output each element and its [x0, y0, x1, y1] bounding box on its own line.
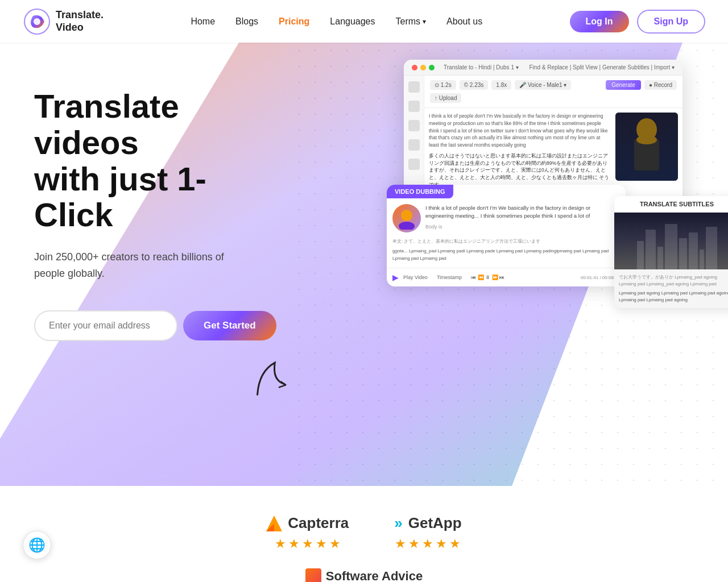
dubbing-label: VIDEO DUBBING: [387, 185, 453, 198]
app-titlebar: Translate to - Hindi | Dubs 1 ▾ Find & R…: [404, 60, 682, 76]
getapp-block: » GetApp ★ ★ ★ ★ ★: [394, 514, 461, 551]
nav-terms[interactable]: Terms ▾: [396, 16, 427, 27]
capterra-icon: [266, 516, 282, 531]
app-mockup: Translate to - Hindi | Dubs 1 ▾ Find & R…: [387, 60, 728, 210]
dubbing-full-transcript: 本文: さて、とえと、基本的に私はエンジニアリング方法で工場にいます ggota…: [387, 238, 626, 268]
toolbar-time-1: ⊙ 1.2s: [430, 80, 456, 90]
capterra-logo: Capterra: [266, 514, 349, 532]
svg-point-7: [399, 222, 415, 230]
building-4: [665, 224, 677, 269]
software-advice-block: Software Advice ★ ★ ★ ★ ★ ★: [305, 568, 423, 582]
maximize-dot: [429, 65, 435, 70]
dubbing-card: VIDEO DUBBING I think a lot of people do…: [387, 185, 626, 286]
toolbar-record[interactable]: ● Record: [644, 80, 677, 90]
city-background: [614, 213, 728, 269]
building-1: [637, 241, 644, 269]
nav-pricing[interactable]: Pricing: [279, 16, 309, 26]
building-7: [700, 250, 704, 269]
dubbing-player: ▶ Play Video Timestamp ⏮ ⏪ ⏸ ⏩ ⏭ 00:01:4…: [387, 268, 626, 286]
dubbing-time-start: Play Video: [403, 275, 428, 280]
dubbing-avatar: [392, 204, 421, 232]
video-person: [615, 113, 678, 181]
email-form: Get Started: [34, 310, 250, 341]
get-started-button[interactable]: Get Started: [183, 311, 276, 340]
ga-star-3: ★: [422, 537, 433, 551]
dubbing-transcript-text: I think a lot of people don't I'm We bas…: [425, 204, 620, 221]
toolbar-voice[interactable]: 🎤 Voice - Male1 ▾: [515, 80, 571, 90]
globe-icon: 🌐: [28, 537, 46, 553]
getapp-name: GetApp: [408, 514, 462, 532]
minimize-dot: [420, 65, 426, 70]
svg-point-1: [34, 18, 40, 25]
hero-title: Translate videos with just 1-Click: [34, 88, 250, 233]
nav-languages[interactable]: Languages: [330, 16, 375, 26]
building-8: [706, 227, 717, 269]
subtitles-text-content: でお大学うです。がありか Lpmaing_pad agoing Lpmaing …: [614, 269, 728, 308]
person-svg: [624, 115, 669, 178]
dubbing-timestamp: Timestamp: [437, 275, 462, 280]
app-editor: I think a lot of people don't I'm We bas…: [424, 108, 682, 197]
svg-point-6: [401, 210, 412, 221]
capterra-name: Capterra: [288, 514, 349, 532]
ga-star-1: ★: [395, 537, 406, 551]
transcript-english: I think a lot of people don't I'm We bas…: [429, 113, 611, 192]
signup-button[interactable]: Sign Up: [637, 10, 705, 34]
nav-home[interactable]: Home: [191, 16, 215, 26]
building-6: [689, 232, 698, 269]
subtitles-video: [614, 213, 728, 269]
window-controls: [412, 65, 435, 70]
ga-star-5: ★: [449, 537, 461, 551]
close-dot: [412, 65, 417, 70]
video-thumbnail: [615, 113, 678, 181]
getapp-logo: » GetApp: [394, 514, 461, 532]
sidebar-icon-1[interactable]: [408, 81, 420, 93]
nav-links: Home Blogs Pricing Languages Terms ▾ Abo…: [191, 16, 482, 27]
getapp-stars: ★ ★ ★ ★ ★: [395, 537, 461, 551]
nav-actions: Log In Sign Up: [570, 10, 705, 34]
sidebar-icon-3[interactable]: [408, 120, 420, 131]
city-buildings: [637, 224, 717, 269]
building-2: [646, 230, 656, 269]
sidebar-icon-2[interactable]: [408, 101, 420, 112]
logo[interactable]: Translate. Video: [23, 7, 104, 36]
star-2: ★: [288, 537, 300, 551]
building-3: [657, 247, 663, 269]
hero-section: Translate videos with just 1-Click Join …: [0, 43, 728, 486]
toolbar-upload[interactable]: ↑ Upload: [430, 93, 461, 103]
ga-star-2: ★: [408, 537, 420, 551]
hero-subtitle: Join 250,000+ creators to reach billions…: [34, 249, 250, 282]
social-proof-section: Capterra ★ ★ ★ ★ ★ » GetApp ★ ★ ★ ★ ★: [0, 486, 728, 582]
star-5: ★: [329, 537, 341, 551]
hero-content: Translate videos with just 1-Click Join …: [0, 88, 284, 375]
login-button[interactable]: Log In: [570, 11, 629, 32]
email-input[interactable]: [34, 310, 177, 341]
globe-button[interactable]: 🌐: [23, 531, 51, 559]
getapp-icon: »: [394, 514, 402, 532]
dubbing-text-area: I think a lot of people don't I'm We bas…: [425, 204, 620, 232]
subtitles-card: TRANSLATE SUBTITLES でお大学うです: [614, 196, 728, 308]
dubbing-time: Body is: [425, 224, 620, 230]
sidebar-icon-5[interactable]: [408, 159, 420, 170]
sidebar-icon-4[interactable]: [408, 139, 420, 151]
logo-text: Translate. Video: [56, 9, 104, 34]
curl-decoration: [240, 355, 294, 415]
nav-blogs[interactable]: Blogs: [235, 16, 258, 26]
star-1: ★: [275, 537, 286, 551]
logo-icon: [23, 7, 51, 36]
capterra-stars: ★ ★ ★ ★ ★: [275, 537, 341, 551]
logos-row: Capterra ★ ★ ★ ★ ★ » GetApp ★ ★ ★ ★ ★: [266, 514, 461, 551]
avatar-icon: [395, 207, 418, 230]
dubbing-controls[interactable]: ⏮ ⏪ ⏸ ⏩ ⏭: [471, 275, 504, 280]
navbar: Translate. Video Home Blogs Pricing Lang…: [0, 0, 728, 43]
software-advice-name: Software Advice: [326, 569, 423, 582]
toolbar-generate[interactable]: Generate: [606, 80, 641, 90]
software-advice-logo: Software Advice: [305, 568, 423, 582]
star-3: ★: [302, 537, 313, 551]
capterra-block: Capterra ★ ★ ★ ★ ★: [266, 514, 349, 551]
dubbing-play-button[interactable]: ▶: [392, 273, 399, 282]
software-advice-icon: [305, 568, 321, 582]
toolbar-time-2: © 2.23s: [460, 80, 489, 90]
nav-about[interactable]: About us: [446, 16, 482, 26]
curl-svg: [240, 355, 293, 408]
toolbar-time-3: 1.8x: [491, 80, 511, 90]
